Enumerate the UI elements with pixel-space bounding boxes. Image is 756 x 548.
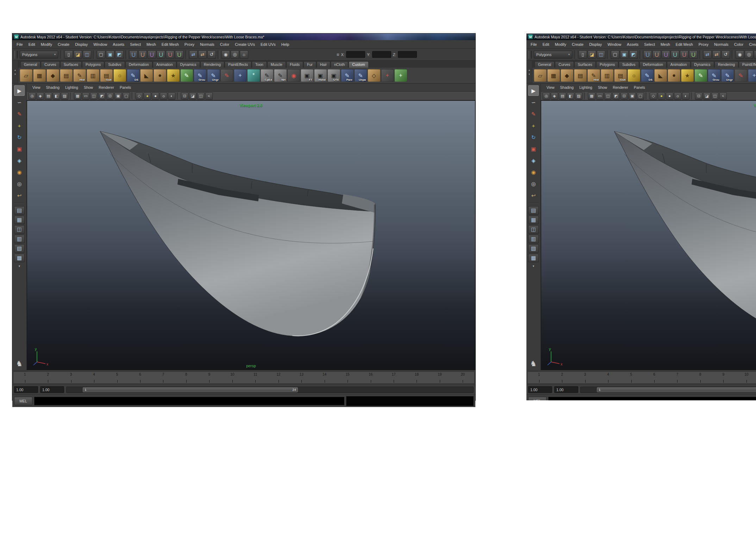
panel-menu-item[interactable]: Renderer — [610, 85, 631, 90]
command-input[interactable] — [34, 397, 344, 405]
show-manipulator-icon[interactable]: ◎ — [14, 178, 25, 189]
shelf-poly-grid-icon[interactable]: ▤ — [60, 69, 73, 82]
move-tool-icon[interactable]: + — [14, 120, 25, 131]
frame-tick[interactable]: 5 — [620, 372, 643, 383]
wireframe-on-shaded-icon[interactable]: ◫ — [197, 92, 205, 100]
anim-start-field[interactable]: 1.00 — [14, 386, 38, 393]
use-all-lights-icon[interactable]: ☼ — [674, 92, 681, 100]
shelf-tab[interactable]: nCloth — [331, 61, 348, 68]
safe-action-icon[interactable]: ▣ — [629, 92, 636, 100]
separator[interactable] — [584, 92, 586, 99]
image-plane-icon[interactable]: ▨ — [61, 92, 68, 100]
ipr-render-icon[interactable]: ◎ — [231, 50, 239, 59]
frame-tick[interactable]: 12 — [267, 372, 290, 383]
anim-start-field[interactable]: 1.00 — [528, 386, 552, 393]
snap-to-grid-icon[interactable]: ⋃ — [643, 50, 652, 59]
panel-menu-item[interactable]: Renderer — [96, 85, 117, 90]
film-gate-icon[interactable]: ▭ — [82, 92, 89, 100]
shelf-globe-icon[interactable]: ● — [154, 69, 166, 82]
menu-item[interactable]: Create — [569, 41, 586, 48]
shelf-menu-icon[interactable]: ▾ — [14, 73, 16, 76]
panel-menu-item[interactable]: Lighting — [62, 85, 81, 90]
output-connections-icon[interactable]: ⇄ — [712, 50, 721, 59]
shelf-burst-icon[interactable]: ★ — [167, 69, 180, 82]
shelf-tab[interactable]: Fur — [304, 61, 316, 68]
separator[interactable] — [185, 50, 187, 59]
panel-menu-item[interactable]: Shading — [557, 85, 577, 90]
frame-tick[interactable]: 9 — [712, 372, 735, 383]
shelf-poly-grid-icon[interactable]: ▤ — [574, 69, 587, 82]
time-ruler[interactable]: 1234567891011121314151617181920 — [527, 371, 756, 384]
menu-item[interactable]: Select — [641, 41, 658, 48]
render-current-frame-icon[interactable]: ◉ — [221, 50, 230, 59]
shelf-paint-hand-icon[interactable]: ✎ — [694, 69, 707, 82]
shelf-globe-icon[interactable]: ● — [668, 69, 680, 82]
menu-item[interactable]: Create — [55, 41, 72, 48]
shelf-outl-icon[interactable]: ▤ Outl — [614, 69, 627, 82]
frame-tick[interactable]: 20 — [451, 372, 474, 383]
shelf-ft-icon[interactable]: ▣ FT — [301, 69, 313, 82]
snap-to-view-plane-icon[interactable]: ⋃ — [166, 50, 174, 59]
grid-toggle-icon[interactable]: ▦ — [74, 92, 81, 100]
quick-layout-pane-icon[interactable]: ♞ — [530, 359, 537, 368]
shelf-tab[interactable]: Subdivs — [105, 61, 125, 68]
frame-tick[interactable]: 11 — [244, 372, 267, 383]
tear-off-copy-icon[interactable]: < — [205, 92, 213, 100]
use-all-lights-icon[interactable]: ☼ — [160, 92, 167, 100]
shelf-pare-icon[interactable]: ✎ Pare — [341, 69, 354, 82]
menu-item[interactable]: Edit Mesh — [673, 41, 696, 48]
shelf-poly-mesh-icon[interactable]: ◆ — [46, 69, 59, 82]
frame-tick[interactable]: 10 — [735, 372, 756, 383]
shelf-ungr-icon[interactable]: ✎ Ungr — [207, 69, 220, 82]
frame-tick[interactable]: 19 — [428, 372, 451, 383]
safe-title-icon[interactable]: ▢ — [123, 92, 130, 100]
shelf-poly-stack-icon[interactable]: ▥ — [87, 69, 99, 82]
menu-set-selector[interactable]: Polygons ▾ — [534, 51, 572, 59]
render-settings-icon[interactable]: ☼ — [754, 50, 756, 59]
select-by-object-icon[interactable]: ▣ — [106, 50, 114, 59]
lock-camera-icon[interactable]: ◈ — [37, 92, 44, 100]
menu-item[interactable]: Assets — [624, 41, 641, 48]
shelf-poly-plane-icon[interactable]: ▱ — [534, 69, 546, 82]
mel-toggle-button[interactable]: MEL — [14, 397, 32, 405]
paint-select-tool-icon[interactable]: ✎ — [528, 109, 539, 119]
range-track[interactable]: 1 24 — [66, 387, 474, 393]
shelf-ungr-icon[interactable]: ✎ Ungr — [721, 69, 734, 82]
playback-start-field[interactable]: 1.00 — [554, 386, 578, 393]
perspective-viewport[interactable]: Viewport 2.0 persp y x — [27, 100, 475, 370]
render-current-frame-icon[interactable]: ◉ — [736, 50, 744, 59]
panel-menu-item[interactable]: View — [30, 85, 43, 90]
menu-item[interactable]: File — [14, 41, 26, 48]
separator[interactable] — [132, 92, 134, 99]
panel-menu-item[interactable]: Shading — [43, 85, 63, 90]
wireframe-on-shaded-icon[interactable]: ◫ — [711, 92, 719, 100]
range-track[interactable]: 1 24 — [580, 387, 756, 393]
open-scene-icon[interactable]: ◪ — [74, 50, 82, 59]
shelf-hist-icon[interactable]: ✎ Hist — [73, 69, 86, 82]
scale-tool-icon[interactable]: ▣ — [528, 143, 539, 154]
shelf-tab[interactable]: Muscle — [267, 61, 286, 68]
frame-tick[interactable]: 8 — [175, 372, 198, 383]
rotate-tool-icon[interactable]: ↻ — [528, 132, 539, 142]
scale-tool-icon[interactable]: ▣ — [14, 143, 25, 154]
shelf-tab[interactable]: Dynamics — [691, 61, 714, 68]
separator[interactable] — [218, 50, 220, 59]
perspective-viewport[interactable]: Viewport 2.0 persp y x — [541, 100, 756, 370]
construction-history-icon[interactable]: ↺ — [207, 50, 216, 59]
panel-menu-item[interactable]: View — [544, 85, 557, 90]
shelf-outl-icon[interactable]: ▤ Outl — [100, 69, 113, 82]
frame-tick[interactable]: 2 — [36, 372, 59, 383]
separator[interactable] — [699, 50, 701, 59]
textured-mode-icon[interactable]: ● — [666, 92, 673, 100]
layout-three-pane-icon[interactable]: ▧ — [528, 244, 539, 253]
range-end-handle[interactable]: 24 — [292, 388, 296, 392]
frame-tick[interactable]: 8 — [689, 372, 712, 383]
render-settings-icon[interactable]: ☼ — [240, 50, 248, 59]
frame-tick[interactable]: 3 — [574, 372, 596, 383]
shelf-tab[interactable]: Deformation — [639, 61, 667, 68]
menu-item[interactable]: Mesh — [144, 41, 159, 48]
move-tool-icon[interactable]: + — [528, 120, 539, 131]
shelf-poly-mesh-icon[interactable]: ◆ — [561, 69, 573, 82]
frame-tick[interactable]: 15 — [336, 372, 359, 383]
separator[interactable] — [70, 92, 72, 99]
